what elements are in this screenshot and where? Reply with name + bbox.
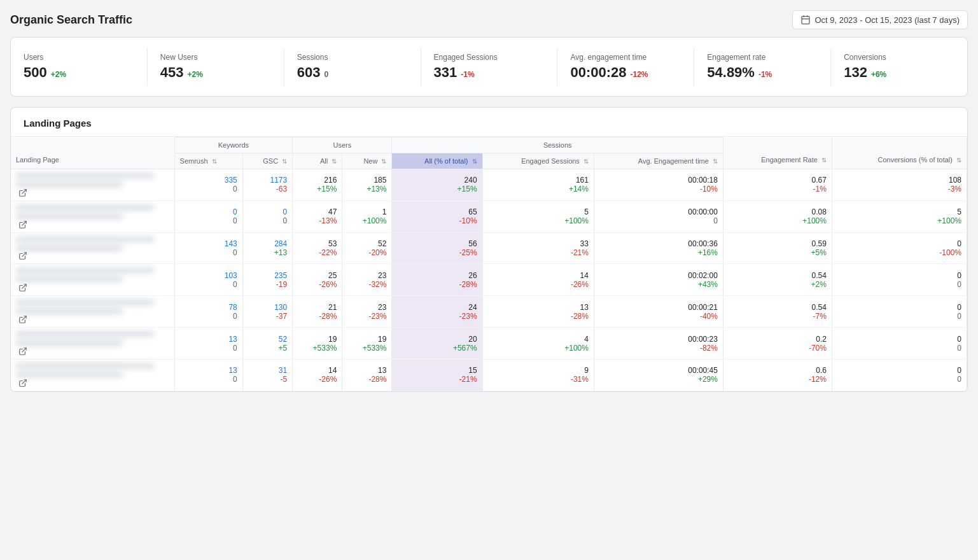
cell-change: -25%	[459, 248, 477, 257]
users-new-cell: 13 -28%	[342, 359, 392, 391]
users-all-cell: 47 -13%	[293, 200, 342, 232]
cell-value: 21	[328, 303, 337, 312]
sort-icon: ⇅	[821, 157, 827, 164]
sort-icon: ⇅	[956, 157, 961, 164]
landing-pages-card: Landing Pages Landing Page Keywords User…	[10, 107, 968, 392]
cell-change: +15%	[458, 185, 477, 193]
cell-change: -10%	[459, 216, 477, 225]
cell-value: 31	[279, 366, 287, 375]
semrush-cell: 0 0	[174, 200, 242, 232]
svg-line-10	[22, 380, 26, 384]
cell-change: -28%	[368, 375, 386, 384]
svg-line-6	[22, 253, 26, 256]
cell-change: -26%	[319, 280, 337, 289]
cell-value: 15	[468, 366, 477, 375]
stat-change: -12%	[631, 70, 648, 79]
semrush-col-header: Semrush ⇅	[174, 153, 242, 169]
cell-value: 00:00:18	[688, 176, 718, 185]
table-row: 335 0 1173 -63 216 +15% 185 +13% 240 +15…	[11, 169, 967, 201]
conversions-cell: 0 0	[832, 264, 967, 296]
cell-change: 0	[233, 216, 237, 225]
date-range-picker[interactable]: Oct 9, 2023 - Oct 15, 2023 (last 7 days)	[792, 10, 968, 29]
blur-line	[16, 372, 123, 378]
cell-value: 23	[378, 271, 386, 280]
cell-change: 0	[233, 248, 237, 257]
column-group-header-row: Landing Page Keywords Users Sessions Eng…	[11, 137, 967, 153]
stat-change: -1%	[758, 70, 772, 79]
cell-value: 0	[957, 335, 961, 344]
external-link-icon[interactable]	[18, 283, 27, 292]
semrush-cell: 78 0	[174, 296, 242, 328]
users-new-cell: 23 -23%	[342, 296, 392, 328]
external-link-icon[interactable]	[18, 347, 27, 356]
stat-label: Sessions	[297, 53, 408, 62]
cell-change: +100%	[802, 216, 827, 225]
cell-value: 143	[225, 239, 237, 248]
cell-value: 65	[468, 207, 477, 216]
landing-page-cell	[11, 296, 174, 328]
cell-value: 130	[274, 303, 287, 312]
stat-value: 54.89% -1%	[707, 64, 818, 81]
stat-value: 132 +6%	[844, 64, 954, 81]
cell-change: +5	[279, 344, 288, 353]
stat-label: Conversions	[844, 53, 954, 62]
cell-value: 78	[228, 303, 237, 312]
gsc-cell: 235 -19	[242, 264, 292, 296]
table-row: 13 0 52 +5 19 +533% 19 +533% 20 +567% 4 …	[11, 328, 967, 360]
gsc-col-header: GSC ⇅	[242, 153, 292, 169]
cell-change: -23%	[459, 312, 477, 321]
cell-change: -20%	[368, 248, 386, 257]
landing-page-url	[16, 204, 169, 220]
blur-line	[16, 267, 154, 274]
semrush-cell: 13 0	[174, 328, 242, 360]
cell-change: -19	[276, 280, 287, 289]
cell-change: +13%	[367, 185, 386, 193]
cell-change: -26%	[571, 280, 589, 289]
cell-value: 335	[225, 176, 237, 185]
cell-change: 0	[957, 344, 961, 353]
cell-change: 0	[233, 312, 237, 321]
sessions-group-header: Sessions	[392, 137, 723, 153]
external-link-icon[interactable]	[18, 315, 27, 324]
page-title: Organic Search Traffic	[10, 13, 132, 27]
landing-page-url	[16, 299, 169, 314]
semrush-cell: 13 0	[174, 359, 242, 391]
sessions-all-cell: 240 +15%	[392, 169, 482, 201]
users-all-col-header: All ⇅	[293, 153, 342, 169]
blur-line	[16, 204, 154, 211]
landing-page-header: Landing Page	[11, 137, 174, 169]
cell-value: 103	[225, 271, 237, 280]
cell-change: 0	[957, 312, 961, 321]
sort-icon: ⇅	[472, 158, 477, 165]
cell-change: -40%	[700, 312, 718, 321]
landing-page-cell	[11, 359, 174, 391]
users-all-cell: 21 -28%	[293, 296, 342, 328]
sort-icon: ⇅	[583, 158, 589, 165]
external-link-icon[interactable]	[18, 251, 27, 260]
cell-value: 1173	[270, 176, 287, 185]
engaged-sessions-cell: 33 -21%	[482, 232, 594, 264]
conversions-cell: 0 0	[832, 328, 967, 360]
cell-value: 0.08	[812, 207, 827, 216]
svg-rect-0	[802, 17, 809, 24]
external-link-icon[interactable]	[18, 379, 27, 388]
table-row: 103 0 235 -19 25 -26% 23 -32% 26 -28% 14…	[11, 264, 967, 296]
sessions-all-cell: 15 -21%	[392, 359, 482, 391]
keywords-group-header: Keywords	[174, 137, 293, 153]
external-link-icon[interactable]	[18, 220, 27, 229]
cell-change: -22%	[319, 248, 337, 257]
engagement-rate-cell: 0.54 -7%	[723, 296, 832, 328]
stat-number: 54.89%	[707, 64, 755, 81]
stat-change: 0	[324, 70, 328, 79]
cell-change: -70%	[809, 344, 827, 353]
sessions-all-cell: 26 -28%	[392, 264, 482, 296]
blur-line	[16, 213, 123, 220]
engaged-sessions-cell: 9 -31%	[482, 359, 594, 391]
cell-value: 185	[374, 176, 386, 185]
cell-change: +29%	[698, 375, 718, 384]
cell-change: 0	[957, 280, 961, 289]
external-link-icon[interactable]	[18, 188, 27, 197]
blur-line	[16, 363, 154, 369]
users-new-col-header: New ⇅	[342, 153, 392, 169]
engaged-sessions-cell: 4 +100%	[482, 328, 594, 360]
